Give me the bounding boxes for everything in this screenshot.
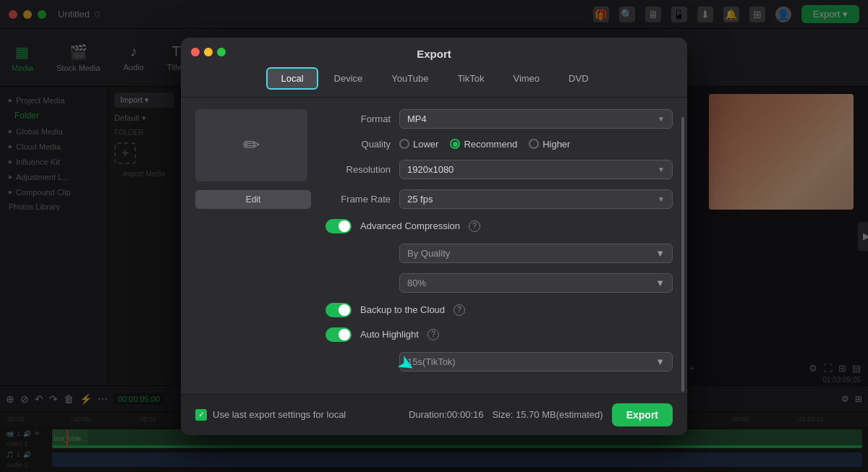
quality-pct-select[interactable]: 80% ▼ xyxy=(399,273,673,293)
modal-tabs: Local Device YouTube TikTok Vimeo DVD xyxy=(181,60,687,98)
resolution-chevron-down-icon: ▼ xyxy=(658,166,665,173)
framerate-row: Frame Rate 25 fps ▼ xyxy=(326,189,673,209)
quality-lower[interactable]: Lower xyxy=(399,139,438,150)
by-quality-chevron-down-icon: ▼ xyxy=(655,248,665,259)
format-chevron-down-icon: ▼ xyxy=(658,115,665,123)
framerate-label: Frame Rate xyxy=(326,194,391,205)
export-modal: Export Local Device YouTube TikTok Vimeo… xyxy=(181,38,687,435)
resolution-label: Resolution xyxy=(326,164,391,175)
modal-left-panel: ✏ Edit xyxy=(195,109,311,382)
quality-radio-group: Lower Recommend Higher xyxy=(399,139,570,150)
edit-thumbnail-button[interactable]: Edit xyxy=(195,190,311,209)
modal-title: Export xyxy=(417,48,451,60)
auto-highlight-help-icon[interactable]: ? xyxy=(427,329,439,340)
backup-cloud-row: Backup to the Cloud ? xyxy=(326,303,673,317)
auto-highlight-toggle[interactable] xyxy=(326,327,352,342)
pencil-icon: ✏ xyxy=(243,133,260,157)
resolution-select[interactable]: 1920x1080 ▼ xyxy=(399,160,673,179)
tab-device[interactable]: Device xyxy=(321,69,376,88)
modal-close-button[interactable] xyxy=(191,48,200,56)
auto-highlight-label: Auto Highlight xyxy=(360,329,419,340)
auto-highlight-chevron-down-icon: ▼ xyxy=(655,356,665,367)
modal-body: ✏ Edit Format MP4 ▼ Quality xyxy=(181,98,687,394)
export-modal-button[interactable]: Export xyxy=(612,403,673,426)
footer-left: ✓ Use last export settings for local xyxy=(195,409,346,421)
modal-traffic-lights xyxy=(191,48,226,56)
radio-lower-icon xyxy=(399,139,409,149)
resolution-row: Resolution 1920x1080 ▼ xyxy=(326,160,673,179)
modal-titlebar: Export xyxy=(181,38,687,60)
last-export-checkbox[interactable]: ✓ xyxy=(195,409,207,421)
tab-dvd[interactable]: DVD xyxy=(556,69,601,88)
framerate-chevron-down-icon: ▼ xyxy=(658,195,665,203)
by-quality-row: By Quality ▼ xyxy=(326,244,673,263)
footer-right: Duration:00:00:16 Size: 15.70 MB(estimat… xyxy=(409,403,673,426)
tab-local[interactable]: Local xyxy=(266,67,318,90)
last-export-label: Use last export settings for local xyxy=(213,409,346,420)
modal-overlay: Export Local Device YouTube TikTok Vimeo… xyxy=(0,0,868,472)
advanced-compression-toggle[interactable] xyxy=(326,219,352,233)
advanced-compression-row: Advanced Compression ? xyxy=(326,219,673,233)
modal-footer: ✓ Use last export settings for local Dur… xyxy=(181,394,687,435)
advanced-compression-label: Advanced Compression xyxy=(360,220,460,231)
quality-pct-row: 80% ▼ xyxy=(326,273,673,293)
tab-youtube[interactable]: YouTube xyxy=(378,69,441,88)
format-row: Format MP4 ▼ xyxy=(326,109,673,129)
quality-pct-chevron-down-icon: ▼ xyxy=(655,278,665,288)
format-label: Format xyxy=(326,113,391,124)
backup-cloud-label: Backup to the Cloud xyxy=(360,304,445,315)
modal-right-panel: Format MP4 ▼ Quality Lower xyxy=(326,109,673,382)
radio-recommend-icon xyxy=(450,139,460,149)
auto-highlight-row: Auto Highlight ? xyxy=(326,327,673,342)
quality-recommend[interactable]: Recommend xyxy=(450,139,517,150)
duration-label: Duration:00:00:16 xyxy=(409,409,483,420)
backup-cloud-toggle[interactable] xyxy=(326,303,352,317)
backup-cloud-help-icon[interactable]: ? xyxy=(454,304,465,316)
quality-label: Quality xyxy=(326,139,391,150)
modal-scrollbar[interactable] xyxy=(681,117,684,392)
auto-highlight-select[interactable]: 15s(TikTok) ▼ xyxy=(399,352,673,372)
tab-tiktok[interactable]: TikTok xyxy=(444,69,497,88)
radio-higher-icon xyxy=(529,139,539,149)
modal-minimize-button[interactable] xyxy=(204,48,213,56)
auto-highlight-value-row: 15s(TikTok) ▼ xyxy=(326,352,673,372)
framerate-select[interactable]: 25 fps ▼ xyxy=(399,189,673,209)
export-thumbnail: ✏ xyxy=(195,109,307,181)
quality-higher[interactable]: Higher xyxy=(529,139,570,150)
by-quality-select[interactable]: By Quality ▼ xyxy=(399,244,673,263)
modal-fullscreen-button[interactable] xyxy=(217,48,226,56)
advanced-compression-help-icon[interactable]: ? xyxy=(469,220,480,232)
format-select[interactable]: MP4 ▼ xyxy=(399,109,673,129)
tab-vimeo[interactable]: Vimeo xyxy=(500,69,553,88)
quality-row: Quality Lower Recommend xyxy=(326,139,673,150)
size-label: Size: 15.70 MB(estimated) xyxy=(492,409,603,420)
